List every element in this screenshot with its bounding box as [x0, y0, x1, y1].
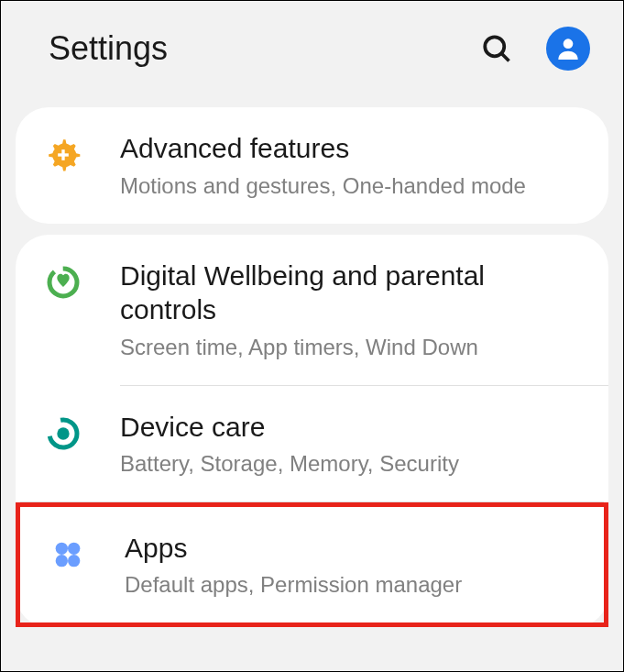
svg-point-10	[56, 555, 68, 567]
svg-point-7	[57, 427, 69, 439]
svg-point-9	[68, 542, 80, 554]
search-button[interactable]	[476, 28, 517, 69]
item-title: Apps	[125, 531, 582, 566]
wellbeing-icon	[43, 262, 83, 303]
page-title: Settings	[49, 29, 476, 68]
search-icon	[480, 32, 513, 65]
item-title: Advanced features	[120, 131, 586, 166]
item-content: Device care Battery, Storage, Memory, Se…	[120, 410, 586, 479]
item-content: Apps Default apps, Permission manager	[125, 531, 582, 600]
settings-header: Settings	[1, 1, 623, 96]
svg-line-1	[502, 54, 509, 61]
settings-item-apps[interactable]: Apps Default apps, Permission manager	[16, 502, 608, 628]
svg-point-11	[68, 555, 80, 567]
gear-plus-icon	[43, 135, 83, 175]
item-content: Digital Wellbeing and parental controls …	[120, 259, 586, 361]
device-care-icon	[43, 413, 83, 454]
settings-card-1: Digital Wellbeing and parental controls …	[16, 235, 608, 628]
item-title: Device care	[120, 410, 586, 445]
settings-card-0: Advanced features Motions and gestures, …	[16, 107, 608, 224]
item-content: Advanced features Motions and gestures, …	[120, 131, 586, 200]
profile-button[interactable]	[546, 27, 590, 71]
item-subtitle: Screen time, App timers, Wind Down	[120, 333, 586, 361]
svg-point-0	[485, 37, 504, 56]
person-icon	[553, 34, 583, 63]
header-actions	[476, 27, 590, 71]
apps-grid-icon	[48, 534, 88, 575]
item-subtitle: Motions and gestures, One-handed mode	[120, 171, 586, 200]
svg-rect-4	[58, 153, 69, 156]
svg-point-8	[56, 542, 68, 554]
item-title: Digital Wellbeing and parental controls	[120, 259, 586, 327]
settings-item-digital-wellbeing[interactable]: Digital Wellbeing and parental controls …	[16, 235, 608, 385]
settings-item-device-care[interactable]: Device care Battery, Storage, Memory, Se…	[16, 386, 608, 502]
item-subtitle: Default apps, Permission manager	[125, 570, 582, 599]
svg-point-2	[564, 39, 574, 49]
settings-item-advanced-features[interactable]: Advanced features Motions and gestures, …	[16, 107, 608, 224]
item-subtitle: Battery, Storage, Memory, Security	[120, 449, 586, 478]
